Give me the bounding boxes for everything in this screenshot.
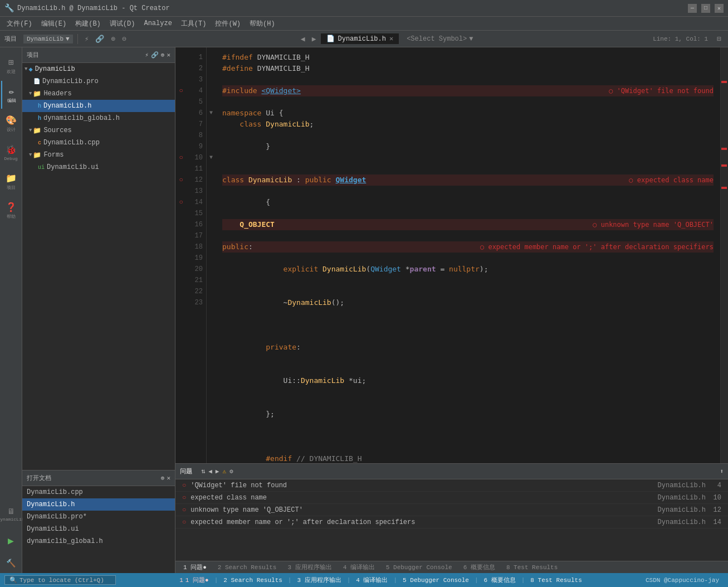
editor-scrollbar[interactable] [720, 47, 728, 463]
toolbar-dropdown[interactable]: DynamicLib ▼ [23, 35, 73, 43]
error-msg-4: ○ 'QWidget' file not found [598, 85, 714, 96]
menu-build[interactable]: 构建(B) [71, 18, 105, 30]
menu-help[interactable]: 帮助(H) [245, 18, 280, 30]
warning-filter-btn[interactable]: ⚠ [222, 468, 226, 475]
symbol-select[interactable]: <Select Symbol> ▼ [401, 34, 478, 44]
panel-filter-icon[interactable]: ⚡ [145, 51, 149, 59]
next-problem-btn[interactable]: ▶ [216, 468, 219, 475]
split-editor-btn[interactable]: ⊟ [715, 35, 724, 43]
sort-icon[interactable]: ⇅ [201, 467, 205, 476]
problem-text-1: 'QWidget' file not found [190, 482, 657, 489]
tree-item-global-h[interactable]: h dynamiclib_global.h [22, 112, 175, 124]
toolbar-expand-btn[interactable]: ⊕ [109, 35, 118, 43]
sidebar-device-btn[interactable]: 🖥 DynamicLib [1, 501, 21, 528]
tree-item-ui[interactable]: ui DynamicLib.ui [22, 161, 175, 173]
statusbar-issue-count[interactable]: 1 1 问题● [176, 576, 212, 584]
problem-item-4[interactable]: ○ expected member name or ';' after decl… [175, 516, 728, 528]
bottom-tab-test[interactable]: 8 Test Results [501, 563, 563, 572]
doc-item-pro[interactable]: DynamicLib.pro* [22, 511, 175, 523]
statusbar-sep4: | [393, 577, 397, 584]
menu-debug[interactable]: 调试(D) [105, 18, 140, 30]
sidebar-welcome-btn[interactable]: ⊞ 欢迎 [1, 52, 21, 80]
statusbar-app-output[interactable]: 3 应用程序输出 [294, 576, 344, 584]
prev-problem-btn[interactable]: ◀ [208, 468, 212, 475]
code-line-15: explicit DynamicLib(QWidget *parent = nu… [222, 253, 714, 286]
doc-item-ui[interactable]: DynamicLib.ui [22, 523, 175, 535]
problems-title: 问题 [180, 467, 192, 476]
filter-btn[interactable]: ⚙ [229, 468, 233, 475]
code-line-13 [222, 230, 714, 241]
statusbar-sep1: | [214, 577, 218, 584]
panel-close-icon[interactable]: ✕ [167, 51, 170, 59]
code-line-8: } [222, 130, 714, 163]
bottom-tabs-bar: 1 问题● 2 Search Results 3 应用程序输出 4 编译输出 5… [175, 561, 728, 573]
sidebar-debug-btn[interactable]: 🐞 Debug [1, 139, 21, 167]
doc-item-cpp[interactable]: DynamicLib.cpp [22, 486, 175, 498]
code-content[interactable]: #ifndef DYNAMICLIB_H #define DYNAMICLIB_… [216, 47, 720, 463]
bottom-tab-app-output[interactable]: 3 应用程序输出 [282, 562, 337, 573]
bottom-tab-overview[interactable]: 6 概要信息 [458, 562, 501, 573]
sidebar-icons: ⊞ 欢迎 ✏ 编辑 🎨 设计 🐞 Debug 📁 项目 ❓ 帮助 🖥 Dynam… [0, 47, 22, 573]
tree-item-sources[interactable]: ▼ 📁 Sources [22, 124, 175, 137]
toolbar-nav-back[interactable]: ◀ [299, 35, 307, 43]
minimize-button[interactable]: — [688, 4, 697, 13]
maximize-button[interactable]: □ [701, 4, 710, 13]
toolbar-nav-fwd[interactable]: ▶ [310, 35, 319, 43]
problems-header: 问题 ⇅ ◀ ▶ ⚠ ⚙ ⬆ [175, 464, 728, 479]
problem-item-2[interactable]: ○ expected class name DynamicLib.h 10 [175, 492, 728, 504]
doc-item-h[interactable]: DynamicLib.h [22, 498, 175, 511]
statusbar-test[interactable]: 8 Test Results [527, 577, 585, 584]
close-tab-btn[interactable]: ✕ [389, 35, 393, 43]
sidebar-design-btn[interactable]: 🎨 设计 [1, 110, 21, 138]
toolbar-collapse-btn[interactable]: ⊖ [120, 35, 129, 43]
tree-item-dynamiclib-h[interactable]: h DynamicLib.h [22, 100, 175, 112]
tree-item-pro[interactable]: 📄 DynamicLib.pro [22, 75, 175, 88]
menu-analyze[interactable]: Analyze [139, 18, 176, 28]
toolbar-link-btn[interactable]: 🔗 [93, 35, 106, 43]
statusbar-debugger[interactable]: 5 Debugger Console [399, 577, 472, 584]
toolbar-filter-btn[interactable]: ⚡ [82, 35, 91, 43]
menu-tools[interactable]: 工具(T) [177, 18, 211, 30]
app-title: DynamicLib.h @ DynamicLib - Qt Creator [17, 4, 170, 12]
tree-item-forms[interactable]: ▼ 📁 Forms [22, 149, 175, 161]
statusbar-search-results[interactable]: 2 Search Results [220, 577, 286, 584]
menu-edit[interactable]: 编辑(E) [37, 18, 71, 30]
open-docs-expand[interactable]: ⊕ [161, 474, 165, 482]
statusbar-compile[interactable]: 4 编译输出 [353, 576, 391, 584]
error-msg-12: ○ unknown type name 'Q_OBJECT' [582, 219, 714, 230]
close-button[interactable]: ✕ [715, 4, 724, 13]
sidebar-build-run-btn[interactable]: 🔨 [1, 553, 21, 573]
problem-item-3[interactable]: ○ unknown type name 'Q_OBJECT' DynamicLi… [175, 504, 728, 516]
problem-file-1: DynamicLib.h [658, 482, 706, 489]
bottom-tab-search[interactable]: 2 Search Results [212, 563, 282, 572]
tree-item-dynamiclib[interactable]: ▼ ◆ DynamicLib [22, 63, 175, 75]
sidebar-run-btn[interactable]: ▶ [1, 530, 21, 552]
problem-text-2: expected class name [190, 494, 657, 502]
code-line-19: Ui::DynamicLib *ui; [222, 364, 714, 397]
doc-item-global[interactable]: dynamiclib_global.h [22, 535, 175, 547]
bottom-tab-problems[interactable]: 1 问题● [178, 562, 212, 573]
menu-file[interactable]: 文件(F) [2, 18, 37, 30]
bottom-tab-debugger[interactable]: 5 Debugger Console [380, 563, 458, 572]
panel-link-icon[interactable]: 🔗 [151, 51, 159, 59]
sidebar-help-btn[interactable]: ❓ 帮助 [1, 197, 21, 225]
project-title: 项目 [27, 51, 145, 59]
error-msg-14: ○ expected member name or ';' after decl… [469, 241, 714, 253]
code-line-5 [222, 96, 714, 108]
tree-item-headers[interactable]: ▼ 📁 Headers [22, 88, 175, 100]
bottom-tab-compile[interactable]: 4 编译输出 [338, 562, 380, 573]
problems-expand-btn[interactable]: ⬆ [720, 468, 724, 475]
tree-item-cpp[interactable]: c DynamicLib.cpp [22, 137, 175, 149]
statusbar-overview[interactable]: 6 概要信息 [481, 576, 519, 584]
sidebar-edit-btn[interactable]: ✏ 编辑 [1, 81, 21, 109]
error-gutter: ○ ○ ○ ○ [175, 47, 187, 463]
code-line-4: #include <QWidget> ○ 'QWidget' file not … [222, 85, 714, 96]
open-docs-close[interactable]: ✕ [167, 474, 170, 482]
search-box[interactable]: 🔍 Type to locate (Ctrl+Q) [4, 575, 116, 585]
sidebar-project-btn[interactable]: 📁 项目 [1, 168, 21, 196]
menu-widget[interactable]: 控件(W) [211, 18, 245, 30]
panel-expand-icon[interactable]: ⊕ [161, 51, 165, 59]
code-line-9 [222, 163, 714, 174]
problem-item-1[interactable]: ○ 'QWidget' file not found DynamicLib.h … [175, 479, 728, 492]
editor-tab-file[interactable]: 📄DynamicLib.h✕ [321, 33, 399, 44]
